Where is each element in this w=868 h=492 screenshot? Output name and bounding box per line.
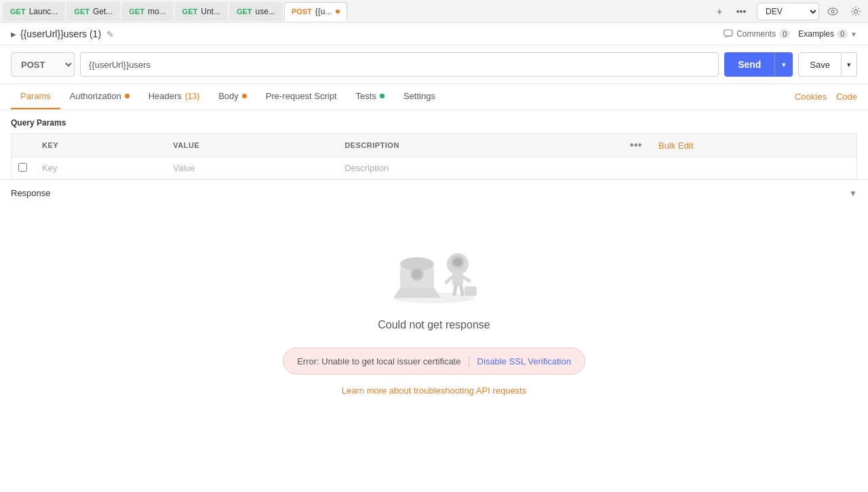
examples-label: Examples xyxy=(798,29,834,39)
actions-column-header: ••• xyxy=(622,134,650,157)
svg-point-1 xyxy=(831,10,834,13)
response-title: Response xyxy=(11,188,51,198)
key-cell[interactable]: Key xyxy=(34,157,165,179)
query-params-table: KEY VALUE DESCRIPTION ••• Bulk Edit Key xyxy=(11,133,857,179)
tab-tests-label: Tests xyxy=(356,91,376,101)
tab-method-get: GET xyxy=(237,7,252,16)
tab-get1[interactable]: GET Get... xyxy=(66,2,120,21)
tab-post1[interactable]: POST {{u... xyxy=(284,2,347,21)
tab-method-get: GET xyxy=(129,7,144,16)
tab-method-get: GET xyxy=(182,7,198,16)
tab-params[interactable]: Params xyxy=(11,84,60,109)
response-body: Could not get response Error: Unable to … xyxy=(0,206,868,409)
request-tabs: Params Authorization Headers (13) Body P… xyxy=(0,84,868,110)
environment-select[interactable]: DEV STAGING PROD xyxy=(757,3,819,20)
tab-label: mo... xyxy=(148,7,166,16)
save-dropdown-button[interactable]: ▾ xyxy=(842,52,857,77)
tab-authorization-label: Authorization xyxy=(70,91,121,101)
tab-headers[interactable]: Headers (13) xyxy=(139,84,209,109)
bulk-edit-button[interactable]: Bulk Edit xyxy=(658,140,693,151)
tab-prerequest[interactable]: Pre-request Script xyxy=(256,84,347,109)
svg-line-13 xyxy=(446,277,452,282)
svg-point-11 xyxy=(453,258,462,266)
no-response-text: Could not get response xyxy=(378,319,490,331)
save-button-group: Save ▾ xyxy=(798,52,857,77)
top-right-area: DEV STAGING PROD xyxy=(757,2,865,21)
svg-line-15 xyxy=(454,286,456,295)
send-button-group: Send ▾ xyxy=(724,52,793,77)
value-cell[interactable]: Value xyxy=(165,157,336,179)
value-placeholder: Value xyxy=(173,163,195,173)
svg-line-14 xyxy=(463,277,469,281)
tab-get2[interactable]: GET mo... xyxy=(121,2,173,21)
save-button[interactable]: Save xyxy=(798,52,842,77)
collapse-arrow[interactable]: ▶ xyxy=(11,31,16,38)
comments-label: Comments xyxy=(736,29,776,39)
comments-icon xyxy=(724,29,733,39)
svg-rect-12 xyxy=(452,273,463,286)
tab-get4[interactable]: GET use... xyxy=(229,2,283,21)
tab-label: {{u... xyxy=(315,7,332,16)
tab-body[interactable]: Body xyxy=(209,84,256,109)
description-column-header: DESCRIPTION xyxy=(336,134,621,157)
tab-bar: GET Launc... GET Get... GET mo... GET Un… xyxy=(0,0,868,23)
new-tab-button[interactable]: + xyxy=(711,3,728,20)
svg-point-2 xyxy=(854,10,858,13)
row-extra-cell xyxy=(650,157,857,179)
headers-count: (13) xyxy=(185,92,199,101)
checkbox-col-header xyxy=(12,134,35,157)
troubleshoot-link[interactable]: Learn more about troubleshooting API req… xyxy=(342,385,526,396)
tab-unsaved-dot xyxy=(336,10,340,14)
examples-button[interactable]: Examples 0 ▼ xyxy=(798,29,857,39)
tab-label: Get... xyxy=(93,7,113,16)
cookies-link[interactable]: Cookies xyxy=(795,92,827,102)
send-dropdown-button[interactable]: ▾ xyxy=(774,52,793,77)
tab-label: use... xyxy=(256,7,275,16)
tab-tests[interactable]: Tests xyxy=(347,84,394,109)
url-input[interactable] xyxy=(80,52,719,77)
svg-rect-17 xyxy=(465,286,477,296)
tab-headers-label: Headers xyxy=(149,91,182,101)
tab-get3[interactable]: GET Unt... xyxy=(175,2,228,21)
comments-button[interactable]: Comments 0 xyxy=(724,29,790,39)
tab-method-post: POST xyxy=(292,7,312,16)
body-indicator xyxy=(242,94,247,98)
more-options-icon[interactable]: ••• xyxy=(630,139,642,151)
description-cell[interactable]: Description xyxy=(336,157,621,179)
authorization-indicator xyxy=(125,94,130,98)
bulk-edit-col-header: Bulk Edit xyxy=(650,134,857,157)
chevron-down-icon: ▼ xyxy=(850,31,857,38)
key-column-header: KEY xyxy=(34,134,165,157)
tab-body-label: Body xyxy=(218,91,239,101)
row-checkbox[interactable] xyxy=(18,163,27,172)
more-tabs-button[interactable]: ••• xyxy=(732,3,750,20)
query-params-title: Query Params xyxy=(11,118,857,128)
send-button[interactable]: Send xyxy=(724,52,774,77)
key-placeholder: Key xyxy=(42,163,57,173)
method-select[interactable]: POST GET PUT PATCH DELETE xyxy=(11,52,75,77)
svg-line-16 xyxy=(461,286,462,295)
settings-icon-button[interactable] xyxy=(846,2,865,21)
response-section-header[interactable]: Response ▼ xyxy=(0,179,868,206)
tab-prerequest-label: Pre-request Script xyxy=(266,91,337,101)
examples-count: 0 xyxy=(837,29,848,39)
request-title-bar: ▶ {{userUrl}}users (1) ✎ Comments 0 Exam… xyxy=(0,23,868,45)
row-actions-cell xyxy=(622,157,650,179)
tab-params-label: Params xyxy=(20,91,51,101)
eye-icon-button[interactable] xyxy=(823,2,842,21)
description-placeholder: Description xyxy=(344,163,389,173)
svg-point-8 xyxy=(412,269,422,279)
disable-ssl-link[interactable]: Disable SSL Verification xyxy=(477,356,571,366)
tab-authorization[interactable]: Authorization xyxy=(60,84,139,109)
svg-point-0 xyxy=(828,8,837,15)
eye-icon xyxy=(827,6,838,17)
error-divider: | xyxy=(467,355,470,367)
tests-indicator xyxy=(380,94,384,98)
tab-settings[interactable]: Settings xyxy=(394,84,445,109)
code-link[interactable]: Code xyxy=(836,92,857,102)
edit-name-icon[interactable]: ✎ xyxy=(106,29,114,39)
tab-launch[interactable]: GET Launc... xyxy=(3,2,65,21)
gear-icon xyxy=(850,6,861,17)
svg-rect-3 xyxy=(724,30,732,36)
tab-method-get: GET xyxy=(10,7,26,16)
